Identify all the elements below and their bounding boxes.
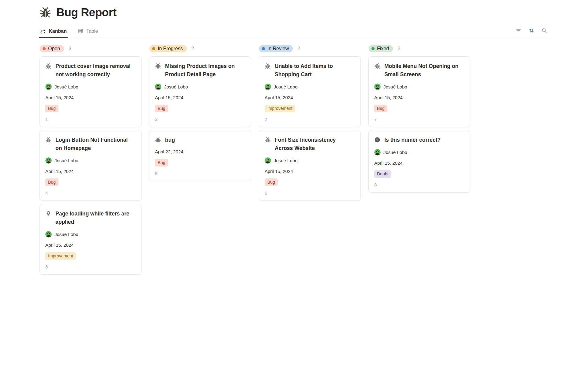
- card-tag-row: Bug: [265, 178, 355, 186]
- card-assignee: Josué Lobo: [265, 84, 355, 90]
- card-title: Font Size Inconsistency Across Website: [275, 136, 355, 152]
- column-name: Open: [48, 46, 60, 51]
- column-name: In Review: [267, 46, 289, 51]
- tab-kanban[interactable]: Kanban: [40, 26, 67, 38]
- column-name: Fixed: [377, 46, 389, 51]
- card-tag-row: Bug: [155, 105, 245, 112]
- card-assignee: Josué Lobo: [374, 84, 465, 90]
- kanban-card[interactable]: Login Button Not Functional on Homepage …: [40, 130, 141, 201]
- column-status-pill[interactable]: In Progress: [149, 45, 187, 52]
- card-tag-bug: Bug: [45, 178, 58, 186]
- tab-table-label: Table: [86, 28, 98, 34]
- column-header: Open 3: [40, 45, 141, 52]
- card-date: April 15, 2024: [374, 95, 403, 100]
- filter-icon[interactable]: [514, 27, 522, 35]
- card-date: April 15, 2024: [265, 169, 293, 174]
- board-column-open: Open 3 Product cover image removal not w…: [40, 45, 141, 275]
- kanban-view-icon: [40, 28, 46, 34]
- card-tag-row: Doubt: [374, 170, 465, 178]
- card-title-row: Page loading while filters are applied: [45, 210, 136, 226]
- kanban-card[interactable]: Unable to Add Items to Shopping Cart Jos…: [259, 56, 361, 127]
- card-date: April 15, 2024: [374, 160, 403, 166]
- card-title-row: Font Size Inconsistency Across Website: [265, 136, 355, 152]
- card-tag-bug: Bug: [45, 105, 58, 112]
- column-status-pill[interactable]: Open: [40, 45, 64, 52]
- card-tag-improvement: Improvement: [265, 105, 295, 112]
- card-tag-row: Bug: [155, 159, 245, 167]
- assignee-avatar: [45, 157, 52, 164]
- card-title-row: Missing Product Images on Product Detail…: [155, 62, 245, 79]
- card-date: April 15, 2024: [45, 169, 74, 174]
- toolbar: [514, 27, 548, 38]
- kanban-card[interactable]: Missing Product Images on Product Detail…: [149, 56, 251, 127]
- card-title-row: Mobile Menu Not Opening on Small Screens: [374, 62, 465, 79]
- card-title: Page loading while filters are applied: [55, 210, 136, 226]
- card-number: 4: [45, 190, 136, 196]
- column-count: 2: [398, 46, 400, 51]
- column-count: 2: [297, 46, 300, 51]
- search-icon[interactable]: [540, 27, 548, 35]
- assignee-avatar: [265, 84, 271, 90]
- lightbulb-icon: [45, 211, 51, 226]
- card-title: Login Button Not Functional on Homepage: [55, 136, 136, 152]
- card-tag-row: Bug: [45, 178, 136, 186]
- kanban-card[interactable]: Mobile Menu Not Opening on Small Screens…: [368, 56, 470, 127]
- bug-icon: [155, 137, 161, 144]
- status-dot-icon: [152, 47, 155, 50]
- card-date: April 15, 2024: [45, 242, 74, 248]
- question-icon: ?: [374, 137, 380, 144]
- status-dot-icon: [371, 47, 375, 50]
- card-assignee: Josué Lobo: [45, 231, 136, 238]
- card-number: 3: [155, 117, 245, 122]
- board-column-in-progress: In Progress 2 Missing Product Images on …: [149, 45, 251, 181]
- table-view-icon: [78, 28, 84, 34]
- bug-icon: [265, 63, 271, 79]
- assignee-avatar: [265, 157, 271, 164]
- column-cards: Product cover image removal not working …: [40, 56, 141, 275]
- assignee-avatar: [45, 84, 52, 90]
- card-assignee: Josué Lobo: [155, 84, 245, 90]
- card-date: April 22, 2024: [155, 149, 183, 154]
- view-tabs: Kanban Table: [40, 26, 99, 38]
- card-tag-bug: Bug: [265, 178, 278, 186]
- column-status-pill[interactable]: In Review: [259, 45, 293, 52]
- page-title: Bug Report: [56, 6, 116, 19]
- kanban-card[interactable]: ? Is this numer correct? Josué Lobo Apri…: [368, 130, 470, 193]
- card-tag-bug: Bug: [374, 105, 387, 112]
- kanban-board: Open 3 Product cover image removal not w…: [40, 45, 548, 275]
- card-number: 6: [45, 264, 136, 269]
- page-header: Bug Report: [40, 6, 548, 19]
- column-header: In Progress 2: [149, 45, 251, 52]
- card-date: April 15, 2024: [155, 95, 183, 100]
- assignee-name: Josué Lobo: [55, 158, 78, 163]
- column-count: 3: [69, 46, 71, 51]
- column-status-pill[interactable]: Fixed: [369, 45, 393, 52]
- kanban-card[interactable]: bug April 22, 2024 Bug 9: [149, 130, 251, 181]
- kanban-card[interactable]: Page loading while filters are applied J…: [40, 204, 141, 275]
- bug-icon: [155, 63, 161, 79]
- card-title-row: Unable to Add Items to Shopping Cart: [265, 62, 355, 79]
- card-date: April 15, 2024: [265, 95, 293, 100]
- kanban-card[interactable]: Product cover image removal not working …: [40, 56, 141, 127]
- card-tag-improvement: Improvement: [45, 252, 76, 260]
- column-header: Fixed 2: [368, 45, 470, 52]
- column-cards: Missing Product Images on Product Detail…: [149, 56, 251, 181]
- card-title: Is this numer correct?: [384, 136, 441, 144]
- assignee-avatar: [374, 84, 381, 90]
- assignee-name: Josué Lobo: [274, 158, 298, 163]
- assignee-name: Josué Lobo: [383, 150, 407, 155]
- tab-table[interactable]: Table: [77, 26, 99, 38]
- assignee-avatar: [45, 231, 52, 238]
- kanban-card[interactable]: Font Size Inconsistency Across Website J…: [259, 130, 361, 201]
- sort-icon[interactable]: [527, 27, 535, 35]
- card-title-row: Login Button Not Functional on Homepage: [45, 136, 136, 152]
- page: Bug Report Kanban: [0, 0, 588, 275]
- svg-text:?: ?: [376, 138, 379, 142]
- column-count: 2: [191, 46, 194, 51]
- card-title: Mobile Menu Not Opening on Small Screens: [384, 62, 465, 79]
- card-number: 8: [374, 182, 465, 187]
- card-title: Unable to Add Items to Shopping Cart: [275, 62, 355, 79]
- view-tabs-bar: Kanban Table: [40, 26, 548, 38]
- column-cards: Unable to Add Items to Shopping Cart Jos…: [259, 56, 361, 201]
- card-number: 9: [155, 171, 245, 176]
